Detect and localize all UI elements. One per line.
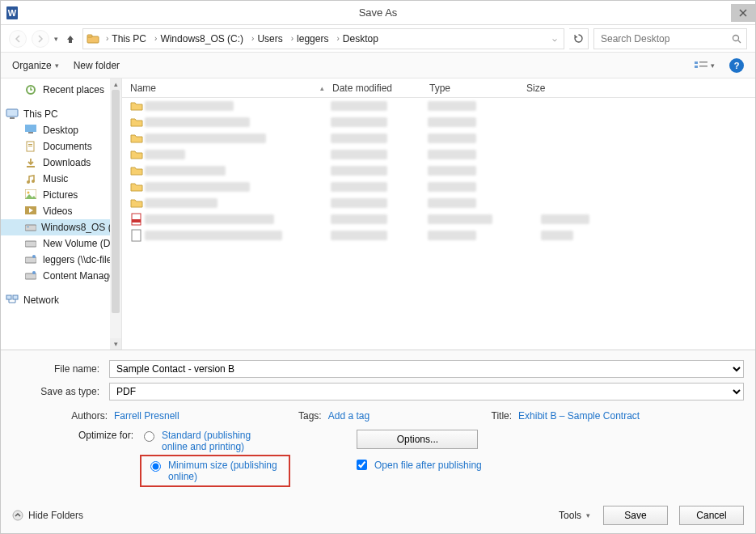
breadcrumb-segment[interactable]: ›Windows8_OS (C:) [151, 33, 245, 44]
search-box[interactable] [593, 28, 747, 49]
scroll-up-icon[interactable]: ▴ [110, 78, 121, 90]
close-button[interactable] [731, 4, 755, 22]
file-row[interactable] [122, 195, 755, 211]
open-after-checkbox[interactable]: Open file after publishing [353, 457, 482, 473]
checkbox-input[interactable] [357, 460, 367, 470]
svg-rect-11 [6, 109, 18, 117]
toolbar-row: Organize▾ New folder ▾ ? [1, 53, 755, 78]
cancel-button[interactable]: Cancel [679, 506, 744, 525]
refresh-button[interactable] [569, 28, 589, 49]
new-folder-button[interactable]: New folder [74, 60, 120, 71]
nav-scrollbar[interactable] [110, 90, 121, 338]
tree-recent-places[interactable]: Recent places [1, 82, 121, 98]
title-value[interactable]: Exhibit B – Sample Contract [518, 410, 640, 422]
options-button[interactable]: Options... [357, 430, 478, 449]
svg-rect-18 [27, 166, 35, 167]
file-row[interactable] [122, 130, 755, 146]
tree-label: Videos [43, 206, 72, 217]
radio-input[interactable] [150, 461, 161, 472]
radio-label: Minimum size (publishing online) [168, 460, 284, 482]
svg-rect-6 [695, 61, 698, 64]
highlight-box: Minimum size (publishing online) [140, 455, 290, 487]
optimize-minimum-radio[interactable]: Minimum size (publishing online) [146, 460, 284, 482]
help-button[interactable]: ? [729, 58, 744, 73]
radio-input[interactable] [144, 431, 154, 442]
tree-network[interactable]: Network [1, 292, 121, 308]
address-bar[interactable]: ›This PC ›Windows8_OS (C:) ›Users ›legge… [82, 28, 564, 49]
tree-this-pc[interactable]: This PC [1, 106, 121, 122]
optimize-standard-radio[interactable]: Standard (publishing online and printing… [140, 430, 277, 452]
svg-point-22 [27, 192, 30, 194]
music-icon [25, 173, 38, 184]
file-row[interactable] [122, 211, 755, 227]
svg-rect-16 [28, 144, 32, 145]
tree-music[interactable]: Music [1, 171, 121, 187]
breadcrumb-segment[interactable]: ›Desktop [333, 33, 379, 44]
file-row[interactable] [122, 179, 755, 195]
view-button[interactable]: ▾ [695, 61, 715, 70]
tree-windows8-os[interactable]: Windows8_OS (C:) [1, 219, 121, 235]
tags-value[interactable]: Add a tag [328, 410, 370, 422]
svg-point-4 [733, 35, 739, 40]
file-row[interactable] [122, 114, 755, 130]
tree-label: Desktop [43, 125, 78, 136]
svg-rect-27 [25, 241, 36, 247]
column-type[interactable]: Type [429, 83, 526, 94]
dialog-footer: Hide Folders Tools▾ Save Cancel [12, 499, 744, 525]
column-name[interactable]: Name▴ [130, 83, 332, 94]
folder-icon [130, 133, 145, 144]
tools-button[interactable]: Tools▾ [559, 510, 590, 521]
desktop-icon [25, 125, 38, 136]
tree-pictures[interactable]: Pictures [1, 187, 121, 203]
pdf-icon [130, 213, 145, 226]
network-drive-icon [25, 270, 38, 282]
checkbox-label: Open file after publishing [374, 460, 482, 471]
tree-label: Music [43, 173, 68, 184]
up-button[interactable] [63, 32, 78, 46]
save-as-type-select[interactable]: PDF [109, 383, 744, 400]
drive-icon [25, 222, 36, 233]
breadcrumb-segment[interactable]: ›leggers [288, 33, 331, 44]
organize-button[interactable]: Organize▾ [12, 60, 59, 71]
tree-videos[interactable]: Videos [1, 203, 121, 219]
forward-button[interactable] [32, 30, 49, 48]
tree-content-manage[interactable]: Content Manage [1, 268, 121, 284]
authors-value[interactable]: Farrell Presnell [114, 410, 179, 422]
file-row[interactable] [122, 227, 755, 244]
tree-desktop[interactable]: Desktop [1, 122, 121, 138]
bottom-form: File name: Sample Contact - version B Sa… [1, 350, 755, 533]
breadcrumb-segment[interactable]: ›Users [248, 33, 285, 44]
save-button[interactable]: Save [603, 506, 668, 525]
tree-downloads[interactable]: Downloads [1, 155, 121, 171]
tree-leggers-share[interactable]: leggers (\\dc-file [1, 252, 121, 268]
scroll-down-icon[interactable]: ▾ [110, 338, 121, 350]
file-list-header: Name▴ Date modified Type Size [122, 78, 755, 98]
svg-rect-12 [10, 117, 15, 119]
file-icon [130, 229, 145, 242]
breadcrumb-segment[interactable]: ›This PC [103, 33, 148, 44]
videos-icon [25, 206, 38, 217]
title-label: Title: [479, 410, 512, 422]
svg-rect-25 [25, 225, 36, 231]
file-row[interactable] [122, 163, 755, 179]
file-name-input[interactable]: Sample Contact - version B [109, 360, 744, 378]
file-row[interactable] [122, 146, 755, 163]
hide-folders-button[interactable]: Hide Folders [12, 510, 83, 521]
svg-rect-35 [132, 219, 141, 222]
column-date[interactable]: Date modified [332, 83, 429, 94]
file-row[interactable] [122, 98, 755, 114]
nav-row: ▾ ›This PC ›Windows8_OS (C:) ›Users ›leg… [1, 25, 755, 53]
back-button[interactable] [9, 30, 27, 48]
svg-rect-30 [25, 273, 36, 279]
folder-icon [130, 181, 145, 193]
address-dropdown-icon[interactable]: ⌵ [549, 34, 560, 43]
tree-documents[interactable]: Documents [1, 138, 121, 155]
titlebar: W Save As [1, 1, 755, 25]
history-dropdown-icon[interactable]: ▾ [54, 35, 58, 43]
svg-rect-3 [87, 35, 92, 37]
tree-new-volume[interactable]: New Volume (D:) [1, 235, 121, 252]
svg-rect-17 [28, 146, 32, 146]
column-size[interactable]: Size [526, 83, 591, 94]
search-input[interactable] [599, 32, 732, 45]
sort-indicator-icon: ▴ [320, 84, 324, 92]
